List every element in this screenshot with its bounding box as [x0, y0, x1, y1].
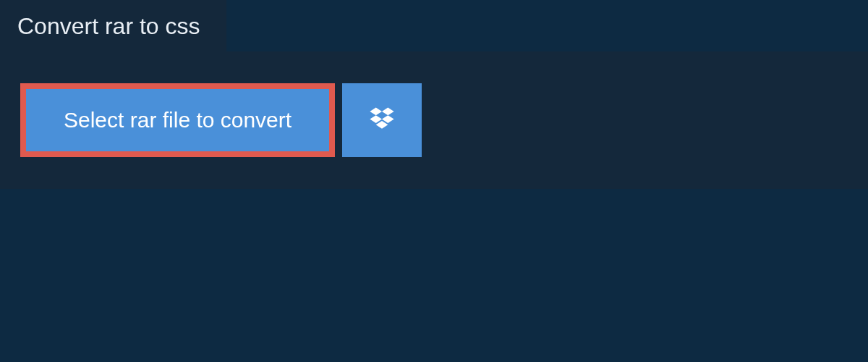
select-file-button[interactable]: Select rar file to convert	[20, 83, 335, 157]
svg-marker-0	[370, 108, 383, 116]
converter-panel: Select rar file to convert	[0, 51, 868, 189]
svg-marker-2	[370, 115, 383, 123]
dropbox-icon	[368, 105, 396, 135]
tab-convert[interactable]: Convert rar to css	[0, 0, 226, 51]
tab-label: Convert rar to css	[17, 13, 200, 39]
svg-marker-1	[382, 108, 394, 116]
select-file-label: Select rar file to convert	[64, 108, 292, 132]
svg-marker-4	[376, 121, 388, 129]
svg-marker-3	[382, 115, 394, 123]
tab-bar: Convert rar to css	[0, 0, 868, 51]
dropbox-button[interactable]	[342, 83, 422, 157]
button-row: Select rar file to convert	[20, 83, 848, 157]
